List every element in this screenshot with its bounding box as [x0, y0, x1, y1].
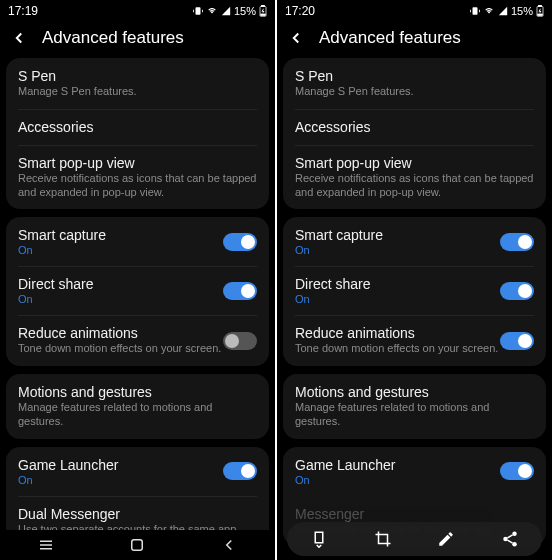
- row-on-label: On: [18, 244, 223, 256]
- row-spen[interactable]: S Pen Manage S Pen features.: [6, 58, 269, 109]
- row-smart-popup[interactable]: Smart pop-up view Receive notifications …: [6, 145, 269, 210]
- vibrate-icon: [470, 6, 480, 16]
- row-subtitle: Manage S Pen features.: [295, 85, 534, 99]
- edit-icon[interactable]: [437, 530, 455, 548]
- svg-point-10: [512, 532, 517, 537]
- row-title: Messenger: [295, 506, 534, 522]
- signal-icon: [498, 6, 508, 16]
- screenshot-toolbar: [287, 522, 542, 556]
- row-title: Reduce animations: [295, 325, 500, 341]
- row-subtitle: Tone down motion effects on your screen.: [295, 342, 500, 356]
- row-subtitle: Manage features related to motions and g…: [295, 401, 534, 429]
- row-on-label: On: [18, 293, 223, 305]
- row-reduce-animations[interactable]: Reduce animations Tone down motion effec…: [283, 315, 546, 366]
- battery-text: 15%: [511, 5, 533, 17]
- row-title: Smart pop-up view: [18, 155, 257, 171]
- row-title: Dual Messenger: [18, 506, 257, 522]
- wifi-icon: [483, 6, 495, 16]
- header: Advanced features: [277, 22, 552, 58]
- nav-recents-icon[interactable]: [37, 536, 55, 554]
- row-title: Smart capture: [295, 227, 500, 243]
- row-title: S Pen: [295, 68, 534, 84]
- toggle-smart-capture[interactable]: [500, 233, 534, 251]
- status-time: 17:20: [285, 4, 315, 18]
- row-title: Accessories: [18, 119, 257, 135]
- svg-point-11: [503, 537, 508, 542]
- row-title: Motions and gestures: [18, 384, 257, 400]
- row-direct-share[interactable]: Direct share On: [283, 266, 546, 315]
- battery-icon: [259, 5, 267, 17]
- toggle-reduce-animations[interactable]: [500, 332, 534, 350]
- row-title: Direct share: [295, 276, 500, 292]
- nav-home-icon[interactable]: [128, 536, 146, 554]
- row-title: Smart capture: [18, 227, 223, 243]
- crop-icon[interactable]: [374, 530, 392, 548]
- row-game-launcher[interactable]: Game Launcher On: [6, 447, 269, 496]
- header: Advanced features: [0, 22, 275, 58]
- phone-screen-left: 17:19 15% Advanced features S Pen Manage…: [0, 0, 275, 560]
- row-title: Accessories: [295, 119, 534, 135]
- row-subtitle: Manage features related to motions and g…: [18, 401, 257, 429]
- nav-back-icon[interactable]: [220, 536, 238, 554]
- scroll-capture-icon[interactable]: [310, 530, 328, 548]
- row-smart-capture[interactable]: Smart capture On: [283, 217, 546, 266]
- back-icon[interactable]: [10, 29, 28, 47]
- row-smart-popup[interactable]: Smart pop-up view Receive notifications …: [283, 145, 546, 210]
- toggle-reduce-animations[interactable]: [223, 332, 257, 350]
- row-on-label: On: [18, 474, 223, 486]
- row-motions-gestures[interactable]: Motions and gestures Manage features rel…: [283, 374, 546, 439]
- row-title: Motions and gestures: [295, 384, 534, 400]
- row-motions-gestures[interactable]: Motions and gestures Manage features rel…: [6, 374, 269, 439]
- row-direct-share[interactable]: Direct share On: [6, 266, 269, 315]
- battery-icon: [536, 5, 544, 17]
- row-title: Direct share: [18, 276, 223, 292]
- svg-rect-2: [261, 14, 266, 16]
- page-title: Advanced features: [319, 28, 461, 48]
- row-subtitle: Receive notifications as icons that can …: [295, 172, 534, 200]
- row-on-label: On: [295, 244, 500, 256]
- status-time: 17:19: [8, 4, 38, 18]
- battery-text: 15%: [234, 5, 256, 17]
- share-icon[interactable]: [501, 530, 519, 548]
- toggle-direct-share[interactable]: [500, 282, 534, 300]
- toggle-game-launcher[interactable]: [500, 462, 534, 480]
- row-accessories[interactable]: Accessories: [283, 109, 546, 145]
- toggle-smart-capture[interactable]: [223, 233, 257, 251]
- vibrate-icon: [193, 6, 203, 16]
- row-on-label: On: [295, 293, 500, 305]
- svg-rect-6: [132, 540, 143, 551]
- row-subtitle: Receive notifications as icons that can …: [18, 172, 257, 200]
- toggle-direct-share[interactable]: [223, 282, 257, 300]
- page-title: Advanced features: [42, 28, 184, 48]
- nav-bar: [0, 530, 275, 560]
- svg-rect-9: [538, 14, 543, 16]
- row-title: Smart pop-up view: [295, 155, 534, 171]
- row-title: Reduce animations: [18, 325, 223, 341]
- svg-point-12: [512, 542, 517, 547]
- row-subtitle: Tone down motion effects on your screen.: [18, 342, 223, 356]
- svg-rect-1: [262, 5, 265, 7]
- row-title: Game Launcher: [295, 457, 500, 473]
- row-smart-capture[interactable]: Smart capture On: [6, 217, 269, 266]
- svg-rect-8: [539, 5, 542, 7]
- toggle-game-launcher[interactable]: [223, 462, 257, 480]
- signal-icon: [221, 6, 231, 16]
- row-title: Game Launcher: [18, 457, 223, 473]
- row-title: S Pen: [18, 68, 257, 84]
- row-game-launcher[interactable]: Game Launcher On: [283, 447, 546, 496]
- row-accessories[interactable]: Accessories: [6, 109, 269, 145]
- row-on-label: On: [295, 474, 500, 486]
- status-bar: 17:20 15%: [277, 0, 552, 22]
- row-reduce-animations[interactable]: Reduce animations Tone down motion effec…: [6, 315, 269, 366]
- status-bar: 17:19 15%: [0, 0, 275, 22]
- wifi-icon: [206, 6, 218, 16]
- row-spen[interactable]: S Pen Manage S Pen features.: [283, 58, 546, 109]
- back-icon[interactable]: [287, 29, 305, 47]
- row-subtitle: Manage S Pen features.: [18, 85, 257, 99]
- phone-screen-right: 17:20 15% Advanced features S Pen Manage…: [277, 0, 552, 560]
